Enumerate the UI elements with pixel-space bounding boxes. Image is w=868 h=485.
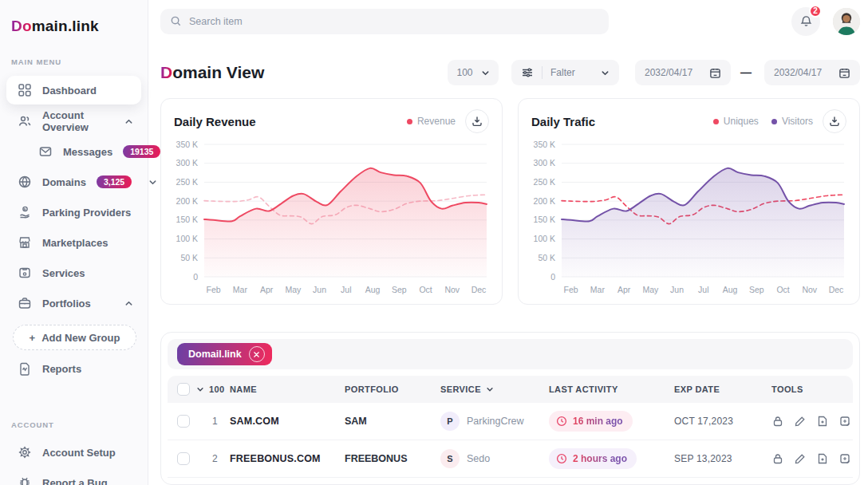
file-plus-icon[interactable] [816, 452, 829, 465]
chevron-down-icon [481, 69, 490, 77]
search-input[interactable] [189, 16, 599, 27]
svg-text:Dec: Dec [471, 285, 487, 294]
chevron-down-icon[interactable] [196, 385, 204, 393]
filter-chip-label: Domail.link [188, 349, 242, 360]
svg-text:Apr: Apr [617, 285, 631, 294]
notifications-button[interactable]: 2 [791, 7, 820, 36]
page-size-select[interactable]: 100 [448, 60, 499, 85]
sidebar-item-label: Marketplaces [42, 237, 108, 249]
sidebar: Domain.link MAIN MENU Dashboard Account … [0, 0, 148, 485]
svg-text:Feb: Feb [564, 285, 578, 294]
portfolio-name: FREEBONUS [345, 453, 440, 464]
date-to-picker[interactable]: 2032/04/17 [764, 60, 860, 85]
sidebar-item-dashboard[interactable]: Dashboard [6, 76, 141, 104]
select-all-checkbox[interactable] [177, 383, 190, 396]
close-icon[interactable] [249, 346, 265, 362]
sidebar-item-parking-providers[interactable]: Parking Providers [6, 200, 141, 224]
chevron-down-icon [601, 69, 610, 77]
sidebar-item-reports[interactable]: Reports [6, 357, 141, 381]
briefcase-icon [18, 296, 32, 310]
svg-text:250 K: 250 K [176, 177, 198, 187]
column-header-name[interactable]: NAME [230, 384, 345, 394]
chevron-down-icon [486, 385, 494, 393]
filter-dropdown[interactable]: Falter [511, 60, 619, 85]
lock-icon[interactable] [771, 415, 784, 428]
page-size-value: 100 [456, 67, 472, 78]
account-section-label: ACCOUNT [0, 420, 148, 429]
table-row[interactable]: 2 FREEBONUS.COM FREEBONUS S Sedo 2 hours… [168, 440, 853, 478]
sidebar-item-marketplaces[interactable]: Marketplaces [6, 231, 141, 254]
row-checkbox[interactable] [177, 415, 190, 428]
legend-dot-icon [713, 119, 719, 124]
download-button[interactable] [465, 109, 489, 133]
sliders-icon [521, 66, 534, 79]
filter-chip[interactable]: Domail.link [177, 343, 272, 365]
chart-legend: UniquesVisitors [713, 116, 813, 127]
sidebar-item-account-setup[interactable]: Account Setup [6, 440, 141, 464]
column-header-service[interactable]: SERVICE [440, 384, 549, 394]
download-icon [829, 116, 840, 127]
column-header-last-activity[interactable]: LAST ACTIVITY [549, 384, 674, 394]
sidebar-item-messages[interactable]: Messages 19135 [6, 140, 141, 164]
sidebar-item-label: Reports [42, 363, 81, 375]
sidebar-item-report-a-bug[interactable]: Report a Bug [6, 471, 141, 485]
svg-text:350 K: 350 K [534, 140, 555, 149]
legend-label: Uniques [724, 116, 759, 127]
lock-icon[interactable] [771, 452, 784, 465]
page-controls: 100 Falter 2032/04/17 [448, 60, 860, 85]
column-header-portfolio[interactable]: PORTFOLIO [345, 384, 440, 394]
bug-icon [18, 475, 32, 485]
svg-text:150 K: 150 K [534, 215, 555, 224]
duplicate-plus-icon[interactable] [838, 452, 851, 465]
add-new-group-button[interactable]: + Add New Group [13, 325, 136, 350]
svg-text:Dec: Dec [829, 285, 844, 294]
file-plus-icon[interactable] [816, 415, 829, 428]
avatar[interactable] [833, 8, 860, 35]
filter-label: Falter [550, 67, 575, 78]
table-row[interactable]: 1 SAM.COM SAM P ParkingCrew 16 min ago [168, 403, 853, 440]
download-icon [471, 116, 483, 127]
edit-icon[interactable] [794, 452, 807, 465]
download-button[interactable] [823, 109, 846, 133]
page-header: Domain View 100 Falter [160, 60, 860, 85]
exp-date: OCT 17,2023 [674, 416, 771, 427]
svg-text:Jun: Jun [313, 285, 326, 294]
edit-icon[interactable] [794, 415, 807, 428]
legend-item: Visitors [771, 116, 813, 127]
tools-cell [771, 452, 853, 465]
svg-text:100 K: 100 K [534, 234, 555, 243]
service-cell: P ParkingCrew [440, 412, 549, 431]
portfolio-name: SAM [345, 416, 440, 427]
chevron-up-icon[interactable] [124, 299, 133, 308]
sidebar-item-account-overview[interactable]: Account Overview [6, 109, 141, 133]
clock-icon [556, 453, 567, 464]
svg-text:Jul: Jul [698, 285, 708, 294]
svg-text:300 K: 300 K [176, 158, 198, 168]
brand-logo[interactable]: Domain.link [0, 14, 148, 35]
date-from-value: 2032/04/17 [645, 67, 692, 78]
daily-revenue-chart-card: Daily Revenue Revenue 350 K300 K250 K200… [160, 98, 503, 305]
sidebar-item-portfolios[interactable]: Portfolios [6, 291, 141, 315]
sidebar-item-services[interactable]: Services [6, 261, 141, 285]
search-bar [160, 9, 609, 34]
globe-icon [18, 175, 32, 189]
services-icon [18, 266, 32, 280]
last-activity-cell: 2 hours ago [549, 448, 674, 469]
divider [542, 66, 542, 79]
column-header-exp-date[interactable]: EXP DATE [674, 384, 771, 394]
sidebar-item-domains[interactable]: Domains 3,125 [6, 170, 141, 194]
filter-chip-bar: Domail.link [168, 339, 853, 369]
last-activity-text: 2 hours ago [573, 453, 627, 464]
chevron-up-icon[interactable] [124, 117, 133, 126]
svg-text:300 K: 300 K [534, 158, 555, 168]
date-from-picker[interactable]: 2032/04/17 [635, 60, 731, 85]
exp-date: SEP 13,2023 [674, 453, 771, 464]
users-icon [18, 114, 32, 128]
charts-row: Daily Revenue Revenue 350 K300 K250 K200… [160, 98, 860, 305]
table-page-size[interactable]: 100 [209, 384, 225, 394]
domain-name: FREEBONUS.COM [230, 453, 345, 464]
chart-legend: Revenue [407, 116, 456, 127]
svg-text:Sep: Sep [749, 285, 764, 294]
row-checkbox[interactable] [177, 452, 190, 465]
duplicate-plus-icon[interactable] [838, 415, 851, 428]
